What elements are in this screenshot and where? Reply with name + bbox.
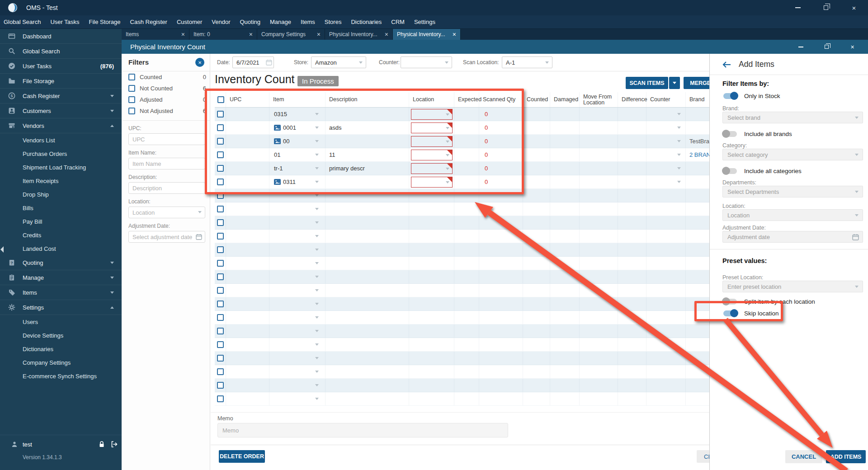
store-select[interactable]: Amazon [311, 56, 366, 68]
counter-cell[interactable] [646, 175, 686, 188]
menu-cash-register[interactable]: Cash Register [130, 19, 167, 25]
tab-item-0-1[interactable]: Item: 0× [189, 29, 257, 40]
location-input[interactable] [128, 207, 205, 218]
chevron-down-icon[interactable] [315, 181, 319, 183]
item-cell[interactable] [269, 230, 326, 243]
panel-location-select[interactable]: Location [722, 209, 863, 221]
row-checkbox[interactable] [217, 382, 224, 389]
tab-close-icon[interactable]: × [453, 31, 456, 38]
sidebar-item-credits[interactable]: Credits [0, 228, 122, 242]
sidebar-item-vendors-list[interactable]: Vendors List [0, 133, 122, 147]
menu-items[interactable]: Items [301, 19, 315, 25]
menu-settings[interactable]: Settings [414, 19, 435, 25]
sidebar-item-cash-register[interactable]: $Cash Register [0, 89, 122, 103]
row-checkbox[interactable] [217, 368, 224, 375]
row-checkbox[interactable] [217, 138, 224, 145]
chevron-down-icon[interactable] [315, 154, 319, 156]
checkbox[interactable] [128, 85, 135, 92]
row-checkbox[interactable] [217, 219, 224, 226]
item-cell[interactable] [269, 379, 326, 392]
chevron-down-icon[interactable] [315, 249, 319, 251]
row-checkbox[interactable] [217, 314, 224, 321]
category-select[interactable]: Select category [722, 149, 863, 160]
chevron-down-icon[interactable] [315, 140, 319, 142]
row-checkbox[interactable] [217, 179, 224, 185]
tab-close-icon[interactable]: × [317, 31, 321, 38]
adjustment-date-input[interactable] [128, 231, 205, 243]
sidebar-item-global-search[interactable]: Global Search [0, 44, 122, 59]
item-cell[interactable] [269, 352, 326, 365]
tab-items-0[interactable]: Items× [122, 29, 189, 40]
chevron-down-icon[interactable] [315, 276, 319, 278]
sidebar-item-pay-bill[interactable]: Pay Bill [0, 215, 122, 228]
tab-close-icon[interactable]: × [181, 31, 185, 38]
memo-input[interactable] [217, 423, 508, 437]
item-cell[interactable] [269, 392, 326, 405]
chevron-down-icon[interactable] [315, 235, 319, 237]
counter-cell[interactable] [646, 108, 686, 121]
only-in-stock-toggle[interactable] [723, 93, 737, 99]
chevron-down-icon[interactable] [315, 127, 319, 129]
row-checkbox[interactable] [217, 260, 224, 267]
scan-items-dropdown-button[interactable] [669, 77, 680, 89]
row-checkbox[interactable] [217, 328, 224, 334]
item-cell[interactable] [269, 202, 326, 216]
menu-crm[interactable]: CRM [391, 19, 405, 25]
split-item-by-location-toggle[interactable] [723, 299, 737, 305]
location-error-combobox[interactable] [411, 177, 453, 188]
skip-location-toggle[interactable] [723, 310, 737, 316]
tab-physical-inventory-3[interactable]: Physical Inventory...× [325, 29, 393, 40]
tab-close-icon[interactable]: × [249, 31, 253, 38]
logout-icon[interactable] [110, 441, 118, 448]
brand-select[interactable]: Select brand [722, 112, 863, 123]
menu-quoting[interactable]: Quoting [240, 19, 260, 25]
chevron-down-icon[interactable] [315, 113, 319, 115]
checkbox[interactable] [128, 96, 135, 103]
tab-company-settings-2[interactable]: Company Settings× [257, 29, 325, 40]
upc-input[interactable] [128, 133, 205, 145]
item-cell[interactable] [269, 297, 326, 310]
row-checkbox[interactable] [217, 301, 224, 307]
window-close-button[interactable]: × [840, 0, 868, 15]
row-checkbox[interactable] [217, 341, 224, 348]
menu-manage[interactable]: Manage [270, 19, 291, 25]
counter-cell[interactable] [646, 148, 686, 161]
filters-close-icon[interactable]: × [195, 58, 204, 67]
item-cell[interactable] [269, 243, 326, 256]
sidebar-item-dashboard[interactable]: Dashboard [0, 29, 122, 44]
checkbox[interactable] [128, 108, 135, 114]
row-checkbox[interactable] [217, 151, 224, 158]
item-cell[interactable]: 0311 [269, 175, 326, 188]
scan-items-button[interactable]: SCAN ITEMS [626, 77, 668, 89]
counter-cell[interactable] [646, 135, 686, 148]
row-checkbox[interactable] [217, 355, 224, 362]
item-cell[interactable] [269, 311, 326, 324]
sidebar-item-file-storage[interactable]: File Storage [0, 74, 122, 89]
sidebar-collapse-arrow[interactable] [0, 246, 4, 253]
sidebar-item-shipment-load-tracking[interactable]: Shipment Load Tracking [0, 160, 122, 174]
item-name-input[interactable] [128, 158, 205, 169]
sidebar-item-manage[interactable]: Manage [0, 270, 122, 285]
tab-physical-inventory-4[interactable]: Physical Inventory...× [393, 29, 461, 40]
row-checkbox[interactable] [217, 192, 224, 199]
row-checkbox[interactable] [217, 246, 224, 253]
sidebar-item-dictionaries[interactable]: Dictionaries [0, 342, 122, 356]
counter-cell[interactable] [646, 162, 686, 175]
chevron-down-icon[interactable] [315, 330, 319, 332]
chevron-down-icon[interactable] [315, 167, 319, 169]
item-cell[interactable] [269, 324, 326, 338]
item-cell[interactable] [269, 270, 326, 283]
chevron-down-icon[interactable] [315, 316, 319, 319]
chevron-down-icon[interactable] [315, 262, 319, 264]
add-items-button[interactable]: ADD ITEMS [826, 450, 866, 463]
calendar-icon[interactable] [266, 59, 272, 66]
location-error-combobox[interactable] [411, 150, 453, 160]
item-cell[interactable] [269, 365, 326, 378]
sidebar-item-bills[interactable]: Bills [0, 201, 122, 215]
chevron-down-icon[interactable] [315, 194, 319, 197]
item-cell[interactable] [269, 338, 326, 351]
location-error-combobox[interactable] [411, 122, 453, 133]
description-input[interactable] [128, 182, 205, 194]
sidebar-item-customers[interactable]: Customers [0, 103, 122, 118]
row-checkbox[interactable] [217, 287, 224, 294]
